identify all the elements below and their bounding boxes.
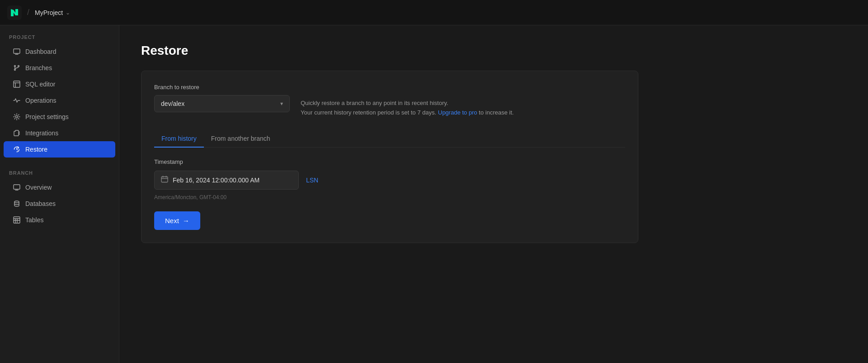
layout: PROJECT Dashboard [0,25,868,363]
sidebar-item-restore-label: Restore [25,146,47,153]
sidebar-item-databases-label: Databases [25,200,56,207]
sidebar-item-restore[interactable]: Restore [4,141,115,158]
gear-icon [13,113,21,121]
branch-section-label: BRANCH [0,170,119,179]
sidebar-item-dashboard[interactable]: Dashboard [4,43,115,60]
branch-select[interactable]: dev/alex ▾ [154,95,290,112]
sidebar-item-sql-editor-label: SQL editor [25,81,55,88]
timestamp-input[interactable]: Feb 16, 2024 12:00:00.000 AM [154,171,299,190]
sidebar-item-integrations-label: Integrations [25,129,58,137]
upgrade-link[interactable]: Upgrade to pro [438,109,477,116]
sidebar-item-project-settings[interactable]: Project settings [4,109,115,125]
table2-icon [13,216,21,224]
main-content: Restore Branch to restore dev/alex ▾ Qui… [119,25,868,363]
project-name: MyProject [35,9,63,16]
sidebar-item-branches-label: Branches [25,64,52,72]
branch-field-label: Branch to restore [154,84,625,91]
svg-rect-7 [14,185,20,189]
sidebar-item-branches[interactable]: Branches [4,60,115,76]
sidebar-item-overview[interactable]: Overview [4,179,115,196]
svg-point-6 [16,116,18,118]
calendar-icon [161,176,168,185]
branch-description-text: Quickly restore a branch to any point in… [301,100,448,106]
next-button[interactable]: Next → [154,211,200,230]
svg-rect-9 [14,217,20,223]
branch-select-value: dev/alex [161,100,184,107]
topbar-divider: / [27,8,29,17]
timestamp-value: Feb 16, 2024 12:00:00.000 AM [173,177,259,184]
sidebar-item-tables[interactable]: Tables [4,212,115,228]
arrow-right-icon: → [183,217,189,224]
restore-tabs: From history From another branch [154,130,625,148]
sidebar-item-sql-editor[interactable]: SQL editor [4,76,115,92]
sidebar-item-overview-label: Overview [25,184,52,191]
svg-rect-5 [14,81,20,87]
chevron-down-icon: ⌄ [66,10,70,16]
activity-icon [13,96,21,105]
upgrade-suffix-text: to increase it. [479,109,514,116]
chevron-down-icon: ▾ [280,100,283,107]
branch-description-sub: Your current history retention period is… [301,109,436,116]
table-icon [13,80,21,88]
sidebar-item-dashboard-label: Dashboard [25,48,57,55]
branch-row: dev/alex ▾ Quickly restore a branch to a… [154,95,625,118]
page-title: Restore [141,43,846,58]
timestamp-label: Timestamp [154,158,625,165]
sidebar-item-databases[interactable]: Databases [4,196,115,212]
svg-rect-10 [161,177,168,182]
database-icon [13,200,21,208]
sidebar-item-operations-label: Operations [25,97,56,104]
next-button-label: Next [165,217,179,224]
timezone-text: America/Moncton, GMT-04:00 [154,194,625,201]
restore-icon [13,145,21,153]
project-selector[interactable]: MyProject ⌄ [35,9,70,16]
sidebar-item-integrations[interactable]: Integrations [4,125,115,141]
svg-rect-1 [14,49,20,53]
sidebar-item-tables-label: Tables [25,216,43,224]
svg-point-8 [14,201,19,203]
sidebar-item-project-settings-label: Project settings [25,113,69,120]
topbar: / MyProject ⌄ [0,0,868,25]
sidebar: PROJECT Dashboard [0,25,119,363]
tab-from-another-branch[interactable]: From another branch [204,130,278,148]
git-branch-icon [13,64,21,72]
app-logo[interactable] [7,5,22,20]
lsn-link[interactable]: LSN [306,177,318,184]
puzzle-icon [13,129,21,137]
timestamp-row: Feb 16, 2024 12:00:00.000 AM LSN [154,171,625,190]
sidebar-item-operations[interactable]: Operations [4,92,115,109]
monitor-icon [13,48,21,56]
monitor2-icon [13,183,21,191]
project-section-label: PROJECT [0,34,119,43]
branch-description: Quickly restore a branch to any point in… [301,95,514,118]
tab-from-history[interactable]: From history [154,130,204,148]
restore-card: Branch to restore dev/alex ▾ Quickly res… [141,71,638,243]
